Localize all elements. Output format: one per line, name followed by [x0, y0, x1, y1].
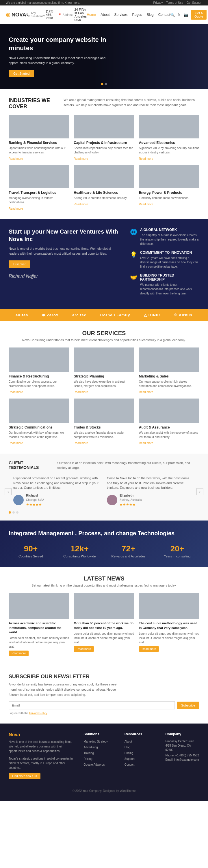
avatar-richard: [13, 495, 24, 505]
twitter-icon[interactable]: 𝕏: [178, 13, 181, 17]
audit-image: [139, 399, 199, 423]
service-name: Strategic Communications: [9, 425, 69, 429]
newsletter-email-input[interactable]: [9, 701, 175, 709]
footer-link-training[interactable]: Training: [83, 751, 94, 755]
nav-home[interactable]: Home: [87, 13, 96, 17]
feature-title: COMMITMENT TO INNOVATION: [140, 251, 199, 255]
news3-read-more[interactable]: Read more: [139, 646, 159, 652]
testimonial-dot-2[interactable]: [12, 511, 15, 514]
instagram-icon[interactable]: 📷: [183, 13, 188, 17]
service-name: Finance & Restructuring: [9, 374, 69, 378]
industry-desc: Electricity demand more conveniences.: [139, 196, 199, 200]
service-desc: We can also assist with the recovery of …: [139, 431, 199, 439]
list-item: Audit & Assurance We can also assist wit…: [139, 399, 199, 445]
footer-link-blog[interactable]: Blog: [125, 746, 130, 749]
newsletter-desc: A wonderful serenity has taken possessio…: [9, 682, 124, 697]
newsletter-title: SUBSCRIBE OUR NEWSLETTER: [9, 674, 199, 680]
electronics-read-more[interactable]: Read more: [139, 157, 153, 160]
newsletter-form: Subscribe: [9, 701, 199, 709]
industries-title: INDUSTRIES WE COVER: [9, 97, 55, 110]
banking-read-more[interactable]: Read more: [9, 157, 23, 160]
footer-link-about[interactable]: About: [125, 740, 132, 743]
feature-innovation: 💡 COMMITMENT TO INNOVATION Over 20 years…: [130, 251, 199, 269]
nav-blog[interactable]: Blog: [147, 13, 154, 17]
hero-dot-1[interactable]: [101, 83, 103, 85]
quote-button[interactable]: Get A Quote: [191, 10, 207, 20]
nav-pages[interactable]: Pages: [132, 13, 142, 17]
footer-link-advertising[interactable]: Advertising: [83, 746, 98, 749]
author-name-2: Elizabeth: [120, 493, 142, 498]
footer-link-pricing[interactable]: Pricing: [83, 757, 93, 761]
footer-resources-list: About Blog Pricing Support Contact: [125, 739, 159, 767]
testimonial-next-button[interactable]: ›: [197, 488, 203, 495]
partner-editas: editas: [16, 313, 28, 317]
footer-link-contact[interactable]: Contact: [125, 763, 134, 766]
news2-read-more[interactable]: Read more: [74, 646, 94, 652]
hero-cta-button[interactable]: Get Started: [9, 70, 34, 77]
finance-read-more[interactable]: Read more: [9, 391, 23, 394]
author-location-2: Sydney, Australia: [120, 498, 142, 502]
footer-link-marketing[interactable]: Marketing Strategy: [83, 740, 108, 743]
footer-company-title: Company: [165, 732, 199, 736]
industries-header: INDUSTRIES WE COVER We are a global mana…: [9, 97, 199, 110]
feature-desc: Over 20 years we have been striking a di…: [140, 256, 199, 269]
nav-contact[interactable]: Contact: [158, 13, 170, 17]
news1-read-more[interactable]: Read more: [9, 651, 29, 656]
communications-read-more[interactable]: Read more: [9, 441, 23, 445]
travel-image: [9, 165, 69, 188]
nav-services[interactable]: Services: [114, 13, 128, 17]
career-title: Start up your New Career Ventures With N…: [9, 228, 121, 243]
feature-title: BUILDING TRUSTED PARTNERSHIP: [140, 273, 199, 281]
support-link[interactable]: Get Support: [187, 1, 202, 4]
strategic-planning-read-more[interactable]: Read more: [74, 391, 88, 394]
testimonials-row: Experienced professional or a recent gra…: [13, 476, 195, 507]
footer-link-pricing-res[interactable]: Pricing: [125, 751, 133, 755]
trades-read-more[interactable]: Read more: [74, 441, 88, 445]
news-section: LATEST NEWS Set our latest thinking on t…: [0, 567, 208, 665]
testimonial-prev-button[interactable]: ‹: [5, 488, 11, 495]
stat-rewards-label: Rewards and Accolades: [106, 555, 151, 558]
footer-link-support[interactable]: Support: [125, 757, 135, 761]
footer-solutions-list: Marketing Strategy Advertising Training …: [83, 739, 118, 767]
testimonial-text-1: Experienced professional or a recent gra…: [13, 476, 101, 490]
footer-link-adwords[interactable]: Google Adwords: [83, 763, 105, 766]
list-item: Healthcare & Life Sciences Strong value …: [74, 165, 134, 211]
hero-dot-2[interactable]: [105, 83, 107, 85]
energy-read-more[interactable]: Read more: [139, 203, 153, 206]
marketing-read-more[interactable]: Read more: [139, 391, 153, 394]
news-desc: Set our latest thinking on the biggest o…: [9, 584, 199, 587]
footer-more-button[interactable]: Find more about us: [9, 773, 41, 779]
terms-link[interactable]: Terms of Use: [166, 1, 183, 4]
discover-button[interactable]: Discover: [9, 260, 30, 268]
list-item: More than 50 percent of the work we do t…: [74, 593, 134, 656]
testimonial-dot-1[interactable]: [9, 511, 11, 514]
newsletter-subscribe-button[interactable]: Subscribe: [177, 702, 199, 709]
footer-company-phone: Phone: +1 (800) 725 4562: [165, 754, 199, 757]
search-icon[interactable]: 🔍: [170, 13, 175, 17]
capital-read-more[interactable]: Read more: [74, 157, 88, 160]
nav-about[interactable]: About: [101, 13, 109, 17]
top-bar-message: We are a global management consulting fi…: [6, 1, 80, 4]
service-name: Audit & Assurance: [139, 425, 199, 429]
services-section: OUR SERVICES Nova Consulting understands…: [0, 321, 208, 454]
industries-desc: We are a global management consulting fi…: [63, 97, 199, 107]
travel-read-more[interactable]: Read more: [9, 207, 23, 210]
footer-company-address: Embassy Center Suite 4/25 San Diego, CA …: [165, 739, 199, 752]
audit-read-more[interactable]: Read more: [139, 441, 153, 445]
stat-years-label: Years in consulting: [155, 555, 199, 558]
privacy-link[interactable]: Privacy: [153, 1, 163, 4]
testimonial-dot-3[interactable]: [16, 511, 19, 514]
news3-headline: The cost curve methodology was used in G…: [139, 621, 199, 630]
healthcare-read-more[interactable]: Read more: [74, 203, 88, 206]
industry-desc: Managing overwhelming in tourism destina…: [9, 196, 69, 205]
hero-dots: [101, 83, 107, 85]
privacy-policy-link[interactable]: Privacy Policy: [29, 712, 47, 715]
author-stars-1: ★★★★★: [26, 502, 44, 507]
banking-image: [9, 115, 69, 138]
marketing-image: [139, 347, 199, 372]
service-desc: We also analyze financial data to assist…: [74, 431, 134, 439]
footer-brand-desc-1: Nova is one of the best business consult…: [9, 740, 77, 753]
brand-logo[interactable]: ◎ NOVA: [6, 11, 26, 18]
healthcare-image: [74, 165, 134, 188]
logo-text: NOVA: [11, 12, 26, 18]
